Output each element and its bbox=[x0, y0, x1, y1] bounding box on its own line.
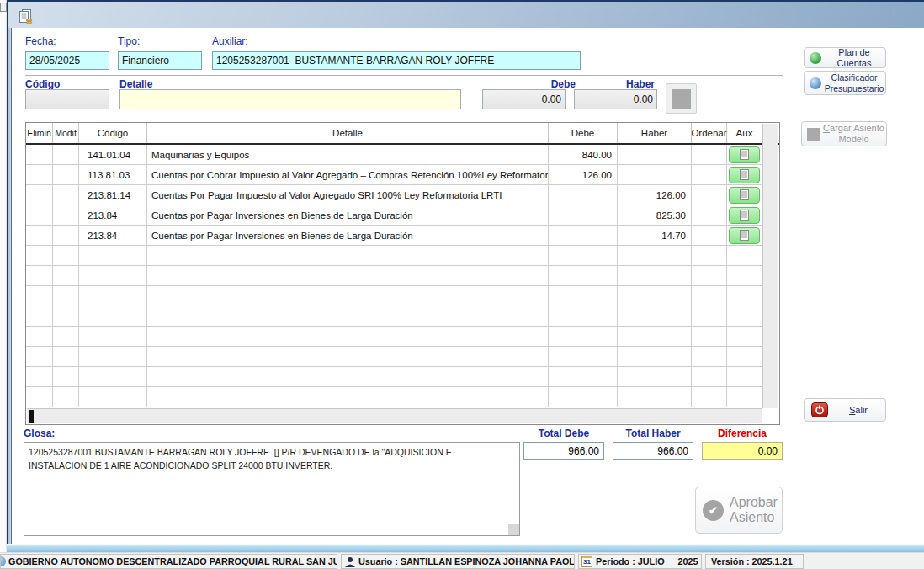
cell-elimin[interactable] bbox=[26, 165, 53, 185]
cell-aux bbox=[727, 205, 762, 226]
cell-elimin[interactable] bbox=[26, 185, 53, 205]
cell-ordenar bbox=[692, 205, 727, 226]
table-row-empty bbox=[26, 367, 779, 387]
cell-aux bbox=[727, 165, 762, 185]
table-row-empty bbox=[26, 286, 779, 306]
total-debe-field bbox=[523, 442, 604, 460]
detalle-label: Detalle bbox=[119, 78, 152, 90]
power-icon bbox=[811, 402, 828, 417]
cell-detalle: Cuentas por Pagar Inversiones en Bienes … bbox=[147, 205, 549, 226]
codigo-label: Código bbox=[25, 78, 60, 90]
fecha-label: Fecha: bbox=[25, 35, 56, 47]
cell-modif[interactable] bbox=[53, 185, 79, 205]
cell-debe: 840.00 bbox=[549, 145, 618, 165]
clasificador-label: Clasificador Presupuestario bbox=[823, 72, 885, 93]
document-icon bbox=[740, 230, 749, 241]
cell-haber bbox=[618, 145, 692, 165]
auxiliar-input[interactable] bbox=[212, 51, 581, 70]
cell-detalle: Cuentas por Pagar Inversiones en Bienes … bbox=[147, 226, 549, 246]
cell-elimin[interactable] bbox=[26, 205, 53, 226]
debe-label: Debe bbox=[505, 78, 576, 90]
glosa-textarea[interactable]: 1205253287001 BUSTAMANTE BARRAGAN ROLY J… bbox=[24, 442, 520, 536]
salir-button[interactable]: Salir bbox=[804, 398, 886, 422]
grid-horizontal-scrollbar[interactable] bbox=[27, 408, 762, 423]
cell-modif[interactable] bbox=[53, 165, 79, 185]
cargar-asiento-modelo-button[interactable]: Cargar Asiento Modelo bbox=[801, 121, 887, 146]
aprobar-asiento-button[interactable]: ✔ Aprobar Asiento bbox=[695, 487, 783, 534]
status-bar: GOBIERNO AUTONOMO DESCENTRALIZADO PARROQ… bbox=[0, 552, 924, 569]
aux-detail-button[interactable] bbox=[729, 146, 760, 163]
aprobar-asiento-label: Aprobar Asiento bbox=[730, 495, 778, 526]
table-row: 141.01.04 Maquinarias y Equipos 840.00 bbox=[26, 145, 779, 165]
asiento-window: Fecha: Tipo: Auxiliar: Código Detalle De… bbox=[0, 0, 924, 569]
total-haber-label: Total Haber bbox=[613, 428, 693, 439]
detalle-entry-input[interactable] bbox=[119, 89, 461, 109]
tipo-label: Tipo: bbox=[118, 35, 140, 47]
form-divider bbox=[25, 75, 783, 76]
glosa-label: Glosa: bbox=[24, 428, 55, 439]
aux-detail-button[interactable] bbox=[729, 227, 760, 244]
codigo-entry-input[interactable] bbox=[25, 89, 109, 109]
glosa-scroll-corner bbox=[508, 524, 519, 535]
cell-aux bbox=[727, 145, 762, 165]
cell-elimin[interactable] bbox=[26, 226, 53, 246]
cell-haber: 14.70 bbox=[618, 226, 692, 246]
plan-de-cuentas-label: Plan de Cuentas bbox=[823, 47, 885, 68]
plan-de-cuentas-button[interactable]: Plan de Cuentas bbox=[804, 47, 886, 68]
cell-debe bbox=[549, 185, 618, 205]
col-header-elimin: Elimin bbox=[26, 123, 53, 143]
cell-ordenar bbox=[692, 165, 727, 185]
grid-header-row: Elimin Modif Código Detalle Debe Haber O… bbox=[26, 123, 779, 145]
cell-modif[interactable] bbox=[53, 226, 79, 246]
aux-detail-button[interactable] bbox=[729, 207, 760, 224]
cell-elimin[interactable] bbox=[26, 145, 53, 165]
col-header-ordenar: Ordenar bbox=[692, 123, 727, 143]
report-document-icon[interactable] bbox=[19, 9, 33, 24]
add-line-button[interactable] bbox=[666, 83, 697, 114]
tipo-input[interactable] bbox=[118, 51, 202, 70]
cell-aux bbox=[727, 226, 762, 246]
diferencia-field bbox=[702, 442, 783, 460]
auxiliar-label: Auxiliar: bbox=[212, 35, 248, 47]
fecha-input[interactable] bbox=[25, 51, 109, 70]
haber-label: Haber bbox=[584, 78, 655, 90]
table-row: 213.84 Cuentas por Pagar Inversiones en … bbox=[26, 226, 779, 246]
calendar-icon: 31 bbox=[581, 556, 592, 567]
cell-debe bbox=[549, 205, 618, 226]
document-icon bbox=[740, 149, 749, 160]
status-panel-periodo: 31 Periodo : JULIO 2025 bbox=[578, 554, 702, 569]
haber-entry-input[interactable] bbox=[574, 89, 657, 109]
cell-modif[interactable] bbox=[53, 145, 79, 165]
cell-ordenar bbox=[692, 145, 727, 165]
clasificador-presupuestario-button[interactable]: Clasificador Presupuestario bbox=[804, 71, 886, 95]
total-haber-field bbox=[613, 442, 693, 460]
version-text: Versión : 2025.1.21 bbox=[711, 556, 793, 566]
asiento-grid: Elimin Modif Código Detalle Debe Haber O… bbox=[25, 122, 780, 425]
aux-detail-button[interactable] bbox=[729, 187, 760, 204]
table-row: 113.81.03 Cuentas por Cobrar Impuesto al… bbox=[26, 165, 779, 185]
table-row-empty bbox=[26, 306, 779, 327]
col-header-modif: Modif bbox=[53, 123, 79, 143]
aux-detail-button[interactable] bbox=[729, 167, 760, 183]
cell-haber: 825.30 bbox=[618, 205, 692, 226]
grid-vertical-scrollbar[interactable] bbox=[762, 124, 778, 408]
periodo-text: Periodo : JULIO bbox=[596, 556, 665, 566]
cell-detalle: Cuentas por Cobrar Impuesto al Valor Agr… bbox=[147, 165, 549, 185]
table-row-empty bbox=[26, 246, 779, 266]
col-header-haber: Haber bbox=[618, 123, 692, 143]
cell-modif[interactable] bbox=[53, 205, 79, 226]
anio-text: 2025 bbox=[678, 556, 698, 566]
cell-codigo: 213.81.14 bbox=[79, 185, 147, 205]
outer-left-strip bbox=[0, 0, 7, 552]
diferencia-label: Diferencia bbox=[702, 428, 783, 439]
cell-codigo: 113.81.03 bbox=[79, 165, 147, 185]
cell-detalle: Cuentas Por Pagar Impuesto al Valor Agre… bbox=[147, 185, 549, 205]
scrollbar-thumb[interactable] bbox=[29, 410, 34, 423]
table-row-empty bbox=[26, 387, 779, 407]
col-header-detalle: Detalle bbox=[147, 123, 549, 143]
gray-square-icon bbox=[672, 89, 691, 109]
cell-debe: 126.00 bbox=[549, 165, 618, 185]
debe-entry-input[interactable] bbox=[482, 89, 566, 109]
table-row-empty bbox=[26, 266, 779, 286]
col-header-aux: Aux bbox=[727, 123, 762, 143]
